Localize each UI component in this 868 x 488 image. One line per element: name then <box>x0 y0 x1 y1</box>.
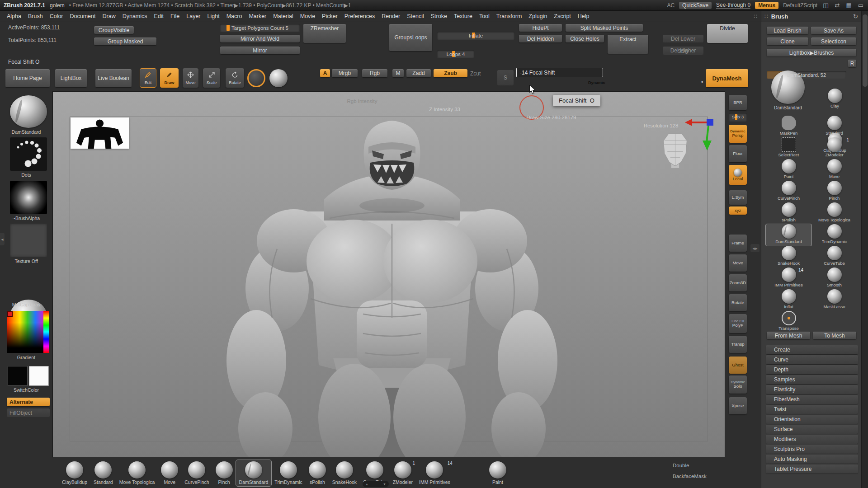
fill-object-button[interactable]: FillObject <box>7 408 50 417</box>
monitor-icon[interactable]: ▭ <box>857 2 864 9</box>
section-row[interactable]: Curve <box>766 355 858 364</box>
menu-item[interactable]: Material <box>270 12 296 21</box>
group-masked-button[interactable]: Group Masked <box>94 38 156 45</box>
lsym-button[interactable]: L.Sym <box>729 190 747 205</box>
loops-slider[interactable]: Loops 4 <box>437 50 474 58</box>
current-color-swatch[interactable] <box>7 311 13 317</box>
zoom3d-button[interactable]: Zoom3D <box>729 274 747 291</box>
focal-shift-input[interactable]: -14 Focal Shift <box>516 68 603 77</box>
brush-cell[interactable]: 1ZModeler <box>811 137 857 159</box>
alternate-button[interactable]: Alternate <box>7 398 50 406</box>
xyz-button[interactable]: xyz <box>729 206 747 215</box>
draw-button[interactable]: Draw <box>160 68 179 88</box>
edit-button[interactable]: Edit <box>140 68 156 88</box>
spix-slider[interactable]: SPix 3 <box>729 113 747 121</box>
brush-cell[interactable]: Move Topologica <box>811 202 857 224</box>
menu-item[interactable]: Zscript <box>551 12 574 21</box>
bpr-button[interactable]: BPR <box>729 95 747 110</box>
dynamesh-button[interactable]: DynaMesh <box>706 69 748 87</box>
texture-thumb[interactable] <box>10 224 47 257</box>
zcut-label[interactable]: Zcut <box>470 70 481 77</box>
tray-item[interactable]: CurvePinch <box>181 460 212 486</box>
from-mesh-button[interactable]: From Mesh <box>767 332 810 339</box>
sculptris-pro-button[interactable]: S <box>497 70 514 85</box>
scroll-up-icon[interactable]: ▲ <box>365 483 368 486</box>
brush-cell[interactable]: Clay <box>812 89 858 110</box>
brush-cell[interactable]: SelectRect <box>766 137 811 159</box>
tray-item[interactable]: SnakeHook <box>329 460 360 486</box>
tray-item[interactable]: 14IMM Primitives <box>416 460 453 486</box>
hue-strip[interactable] <box>43 311 49 353</box>
menu-item[interactable]: Texture <box>451 12 476 21</box>
backface-mask-toggle[interactable]: BackfaceMask <box>673 474 707 479</box>
document-preview-thumb[interactable] <box>71 117 129 149</box>
brush-cell[interactable]: MaskLasso <box>811 289 857 311</box>
zremesher-button[interactable]: ZRemesher <box>303 24 346 43</box>
section-row[interactable]: Orientation <box>766 415 858 424</box>
section-row[interactable]: Create <box>766 345 858 354</box>
rgb-button[interactable]: Rgb <box>362 69 387 77</box>
rotate-button[interactable]: Rotate <box>226 68 244 88</box>
current-material-sphere[interactable] <box>269 69 288 87</box>
sculpt-canvas[interactable] <box>52 91 725 457</box>
menu-item[interactable]: Stroke <box>428 12 450 21</box>
grid-icon[interactable]: ▦ <box>845 2 852 9</box>
split-masked-points-button[interactable]: Split Masked Points <box>566 24 643 32</box>
lightbox-brushes-button[interactable]: Lightbox▶Brushes <box>767 49 856 56</box>
secondary-color-swatch[interactable] <box>29 366 49 386</box>
load-brush-button[interactable]: Load Brush <box>767 27 808 34</box>
select-icon-button[interactable]: SelectIcon <box>811 38 856 45</box>
menu-item[interactable]: Color <box>47 12 66 21</box>
brush-cell[interactable]: Inflat <box>766 289 811 311</box>
section-row[interactable]: Samples <box>766 375 858 384</box>
menu-item[interactable]: Brush <box>25 12 46 21</box>
brush-cell[interactable]: sPolish <box>766 202 811 224</box>
lightbox-button[interactable]: LightBox <box>55 69 87 87</box>
tray-scrollbar[interactable]: ▲ ▼ <box>363 481 389 487</box>
menu-item[interactable]: Layer <box>183 12 203 21</box>
color-picker-square[interactable] <box>7 311 43 353</box>
brush-cell-selected[interactable]: DamStandard <box>766 224 811 246</box>
persp-button[interactable]: DynamicPersp <box>729 125 747 143</box>
dock-handle-icon[interactable]: ∷ <box>764 13 768 19</box>
section-row[interactable]: Modifiers <box>766 435 858 444</box>
to-mesh-button[interactable]: To Mesh <box>813 332 856 339</box>
section-row[interactable]: Tablet Pressure <box>766 465 858 474</box>
zsub-button[interactable]: Zsub <box>434 69 467 77</box>
menu-item[interactable]: Zplugin <box>525 12 550 21</box>
mode-a-button[interactable]: A <box>320 69 330 77</box>
panel-scrollbar[interactable] <box>861 11 868 488</box>
tray-item[interactable]: sPolish <box>306 460 329 486</box>
stroke-thumb[interactable] <box>10 137 47 171</box>
brush-cell[interactable]: Paint <box>766 159 811 181</box>
section-row[interactable]: Depth <box>766 365 858 374</box>
del-lower-button[interactable]: Del Lower <box>663 35 703 42</box>
seethrough-control[interactable]: See-through 0 <box>716 2 750 9</box>
section-row[interactable]: Surface <box>766 425 858 434</box>
clone-button[interactable]: Clone <box>767 38 808 45</box>
groups-loops-button[interactable]: GroupsLoops <box>389 24 432 51</box>
solo-button[interactable]: DynamicSolo <box>729 375 747 394</box>
tray-item-selected[interactable]: DamStandard <box>236 460 272 486</box>
menu-item[interactable]: Help <box>575 12 593 21</box>
menu-item[interactable]: Document <box>67 12 99 21</box>
tray-item[interactable]: ClayBuildup <box>59 460 90 486</box>
brush-cell[interactable]: Move <box>811 159 857 181</box>
move-nav-button[interactable]: Move <box>729 254 747 272</box>
swap-icon[interactable]: ⇄ <box>834 2 841 9</box>
del-hidden-button[interactable]: Del Hidden <box>519 35 562 42</box>
active-brush-thumb[interactable] <box>10 95 47 128</box>
mrgb-button[interactable]: Mrgb <box>332 69 358 77</box>
menu-item[interactable]: Light <box>204 12 223 21</box>
section-row[interactable]: Elasticity <box>766 385 858 394</box>
zadd-button[interactable]: Zadd <box>406 69 431 77</box>
scroll-down-icon[interactable]: ▼ <box>383 483 386 486</box>
home-page-button[interactable]: Home Page <box>5 69 50 87</box>
tray-item[interactable]: Move Topologica <box>116 460 158 486</box>
panel-divider-arrows[interactable]: ◂▸ <box>750 244 760 252</box>
scale-button[interactable]: Scale <box>203 68 220 88</box>
brush-cell[interactable]: Transpose <box>766 311 811 333</box>
tray-item[interactable]: Standard <box>90 460 116 486</box>
menu-item[interactable]: Render <box>378 12 403 21</box>
section-row[interactable]: FiberMesh <box>766 395 858 404</box>
